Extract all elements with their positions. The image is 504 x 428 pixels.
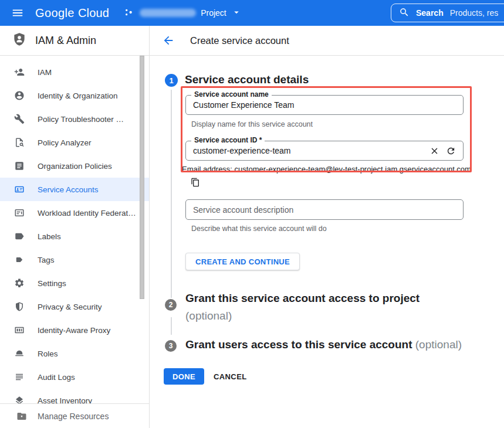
name-helper-text: Display name for this service account xyxy=(191,120,313,128)
sidebar-item-label: Workload Identity Federat… xyxy=(38,209,136,218)
sidebar-item-organization-policies[interactable]: Organization Policies xyxy=(0,154,149,178)
cancel-button[interactable]: CANCEL xyxy=(205,368,255,385)
refresh-icon[interactable] xyxy=(445,145,456,156)
sidebar-item-label: IAM xyxy=(38,68,52,77)
chevron-down-icon xyxy=(231,7,242,19)
service-account-id-label: Service account ID * xyxy=(191,136,265,144)
copy-icon[interactable] xyxy=(191,178,200,187)
step-3-optional-text: (optional) xyxy=(415,338,462,351)
page-title: Create service account xyxy=(190,35,289,46)
sidebar-item-identity-organization[interactable]: Identity & Organization xyxy=(0,84,149,107)
search-label: Search xyxy=(416,8,444,18)
id-card-icon xyxy=(14,208,25,218)
step-2-title: Grant this service account access to pro… xyxy=(185,290,420,325)
project-suffix-label: Project xyxy=(201,8,226,18)
back-arrow-icon[interactable] xyxy=(161,33,175,47)
sidebar-item-iam[interactable]: IAM xyxy=(0,60,149,84)
step-1-badge: 1 xyxy=(165,74,178,87)
sidebar: IAMIdentity & OrganizationPolicy Trouble… xyxy=(0,56,150,428)
step-3-title: Grant users access to this service accou… xyxy=(185,338,462,351)
main-content: 1 Service account details Service accoun… xyxy=(150,56,504,428)
service-account-description-field xyxy=(185,199,464,220)
sidebar-item-label: Policy Analyzer xyxy=(38,138,92,147)
description-helper-text: Describe what this service account will … xyxy=(191,225,327,233)
search-icon xyxy=(399,7,410,19)
service-account-icon xyxy=(14,184,25,195)
global-search-input[interactable]: Search Products, res xyxy=(391,4,504,22)
sidebar-item-label: Identity & Organization xyxy=(38,91,118,100)
sidebar-footer-label: Manage Resources xyxy=(38,412,109,421)
search-hint: Products, res xyxy=(450,8,498,18)
step-2-optional-text: (optional) xyxy=(185,307,420,325)
sidebar-item-roles[interactable]: Roles xyxy=(0,342,149,365)
sidebar-item-labels[interactable]: Labels xyxy=(0,225,149,248)
hamburger-menu-icon[interactable] xyxy=(11,6,25,20)
step-1-title: Service account details xyxy=(185,73,309,86)
google-cloud-logo[interactable]: Google Cloud xyxy=(35,6,109,20)
app-window: Google Cloud Project Search Products, re… xyxy=(0,0,504,428)
sidebar-item-label: Privacy & Security xyxy=(38,303,102,311)
sidebar-item-label: Labels xyxy=(38,232,61,241)
account-circle-icon xyxy=(14,90,25,101)
service-account-id-field: Service account ID * xyxy=(185,141,464,161)
wrench-icon xyxy=(14,114,25,124)
folder-gear-icon xyxy=(16,411,27,422)
top-app-bar: Google Cloud Project Search Products, re… xyxy=(0,0,504,26)
gear-icon xyxy=(14,278,25,288)
hard-hat-icon xyxy=(14,348,25,359)
clear-icon[interactable] xyxy=(429,145,439,156)
sidebar-item-service-accounts[interactable]: Service Accounts xyxy=(0,178,149,201)
sidebar-item-label: Audit Logs xyxy=(38,373,75,382)
sidebar-item-label: Organization Policies xyxy=(38,162,112,171)
sidebar-item-label: Roles xyxy=(38,349,58,358)
step-3-title-text: Grant users access to this service accou… xyxy=(185,338,412,351)
project-icon xyxy=(123,6,135,20)
tag-icon xyxy=(14,254,25,265)
list-lines-icon xyxy=(14,372,25,382)
proxy-card-icon xyxy=(14,325,25,335)
sidebar-item-manage-resources[interactable]: Manage Resources xyxy=(0,403,149,428)
shield-half-icon xyxy=(14,301,25,312)
step-2-badge: 2 xyxy=(165,299,177,311)
project-name-redacted xyxy=(140,9,196,17)
project-switcher[interactable]: Project xyxy=(123,6,242,20)
doc-search-icon xyxy=(14,137,25,148)
logo-google-text: Google xyxy=(35,6,75,20)
step-connector-line xyxy=(171,90,172,298)
product-header: IAM & Admin xyxy=(0,26,150,55)
service-account-name-field: Service account name xyxy=(185,95,464,115)
sidebar-item-label: Service Accounts xyxy=(38,185,99,194)
logo-cloud-text: Cloud xyxy=(78,6,109,20)
iam-admin-shield-icon xyxy=(12,32,27,49)
label-icon xyxy=(14,231,25,242)
create-and-continue-button[interactable]: CREATE AND CONTINUE xyxy=(185,253,300,270)
page-header-right: Create service account xyxy=(150,26,504,55)
person-add-icon xyxy=(14,67,25,77)
sidebar-nav: IAMIdentity & OrganizationPolicy Trouble… xyxy=(0,56,149,412)
sidebar-item-policy-troubleshooter[interactable]: Policy Troubleshooter … xyxy=(0,107,149,131)
article-icon xyxy=(14,161,25,171)
step-3-badge: 3 xyxy=(165,340,177,352)
service-account-description-input[interactable] xyxy=(186,200,463,219)
page-header: IAM & Admin Create service account xyxy=(0,26,504,56)
sidebar-item-label: Tags xyxy=(38,256,55,264)
product-title: IAM & Admin xyxy=(35,35,96,47)
sidebar-item-label: Settings xyxy=(38,279,66,288)
step-2-title-text: Grant this service account access to pro… xyxy=(185,292,420,304)
sidebar-item-identity-aware-proxy[interactable]: Identity-Aware Proxy xyxy=(0,318,149,342)
sidebar-item-privacy-security[interactable]: Privacy & Security xyxy=(0,295,149,318)
sidebar-item-label: Policy Troubleshooter … xyxy=(38,115,124,124)
step-connector-line-2 xyxy=(171,317,172,335)
done-button[interactable]: DONE xyxy=(164,368,204,385)
sidebar-item-tags[interactable]: Tags xyxy=(0,248,149,271)
email-address-text: Email address: customer-experience-team@… xyxy=(182,165,471,174)
sidebar-item-label: Identity-Aware Proxy xyxy=(38,326,110,335)
service-account-name-label: Service account name xyxy=(191,90,272,98)
sidebar-item-audit-logs[interactable]: Audit Logs xyxy=(0,365,149,389)
sidebar-item-policy-analyzer[interactable]: Policy Analyzer xyxy=(0,131,149,154)
sidebar-item-settings[interactable]: Settings xyxy=(0,271,149,295)
sidebar-scrollbar[interactable] xyxy=(140,56,144,299)
sidebar-item-workload-identity-federat[interactable]: Workload Identity Federat… xyxy=(0,201,149,225)
